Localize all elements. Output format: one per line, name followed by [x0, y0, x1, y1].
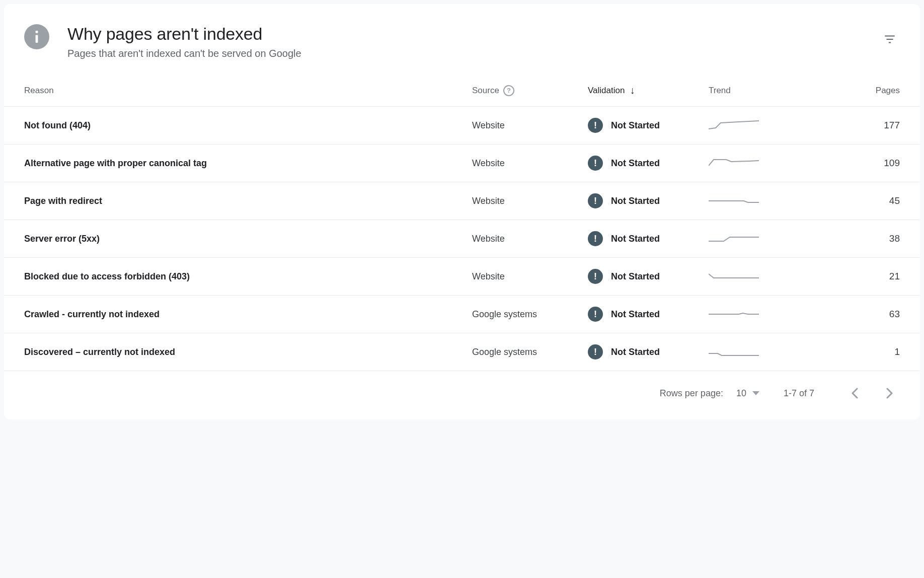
exclamation-icon: ! [588, 269, 603, 284]
cell-validation: ! Not Started [588, 193, 709, 208]
page-title: Why pages aren't indexed [67, 24, 880, 44]
validation-status: Not Started [611, 347, 660, 357]
indexing-card: Why pages aren't indexed Pages that aren… [4, 4, 920, 419]
exclamation-icon: ! [588, 193, 603, 208]
pager [844, 383, 900, 403]
cell-reason: Alternative page with proper canonical t… [24, 158, 472, 169]
exclamation-icon: ! [588, 307, 603, 322]
cell-trend [709, 231, 809, 246]
validation-status: Not Started [611, 120, 660, 131]
validation-status: Not Started [611, 234, 660, 244]
cell-trend [709, 307, 809, 322]
cell-reason: Server error (5xx) [24, 234, 472, 244]
cell-validation: ! Not Started [588, 269, 709, 284]
cell-reason: Crawled - currently not indexed [24, 309, 472, 320]
table-body: Not found (404) Website ! Not Started 17… [4, 107, 920, 371]
table-row[interactable]: Page with redirect Website ! Not Started… [4, 182, 920, 220]
cell-source: Website [472, 120, 588, 131]
rows-per-page-select[interactable]: 10 [732, 386, 763, 401]
cell-validation: ! Not Started [588, 231, 709, 246]
sparkline [709, 156, 759, 171]
svg-rect-0 [36, 31, 38, 33]
rows-per-page-label: Rows per page: [660, 388, 723, 399]
col-source[interactable]: Source ? [472, 85, 588, 96]
col-trend[interactable]: Trend [709, 86, 809, 96]
col-reason[interactable]: Reason [24, 86, 472, 96]
cell-source: Website [472, 234, 588, 244]
col-validation[interactable]: Validation ↓ [588, 85, 709, 96]
cell-reason: Blocked due to access forbidden (403) [24, 271, 472, 282]
cell-pages: 21 [809, 271, 900, 282]
sparkline [709, 231, 759, 246]
validation-status: Not Started [611, 309, 660, 320]
page-subtitle: Pages that aren't indexed can't be serve… [67, 48, 880, 59]
table-footer: Rows per page: 10 1-7 of 7 [4, 371, 920, 419]
sparkline [709, 307, 759, 322]
chevron-left-icon [851, 388, 858, 399]
exclamation-icon: ! [588, 156, 603, 171]
next-page-button[interactable] [880, 383, 900, 403]
sort-descending-icon: ↓ [630, 85, 635, 96]
cell-validation: ! Not Started [588, 344, 709, 359]
cell-pages: 45 [809, 195, 900, 206]
sparkline [709, 118, 759, 133]
sparkline [709, 344, 759, 359]
title-block: Why pages aren't indexed Pages that aren… [67, 24, 880, 59]
cell-validation: ! Not Started [588, 156, 709, 171]
chevron-right-icon [886, 388, 893, 399]
pagination-range: 1-7 of 7 [784, 388, 814, 399]
cell-trend [709, 193, 809, 208]
validation-status: Not Started [611, 271, 660, 282]
col-source-label: Source [472, 86, 499, 96]
cell-pages: 63 [809, 309, 900, 320]
cell-trend [709, 156, 809, 171]
dropdown-icon [752, 391, 759, 395]
cell-validation: ! Not Started [588, 118, 709, 133]
exclamation-icon: ! [588, 231, 603, 246]
table-row[interactable]: Alternative page with proper canonical t… [4, 144, 920, 182]
cell-pages: 38 [809, 233, 900, 244]
validation-status: Not Started [611, 196, 660, 206]
svg-rect-1 [36, 35, 38, 43]
cell-reason: Discovered – currently not indexed [24, 347, 472, 357]
cell-source: Website [472, 196, 588, 206]
cell-pages: 1 [809, 346, 900, 357]
validation-status: Not Started [611, 158, 660, 169]
table-row[interactable]: Discovered – currently not indexed Googl… [4, 333, 920, 371]
cell-source: Website [472, 271, 588, 282]
table-row[interactable]: Blocked due to access forbidden (403) We… [4, 258, 920, 296]
cell-pages: 109 [809, 158, 900, 169]
cell-source: Google systems [472, 347, 588, 357]
col-validation-label: Validation [588, 86, 625, 96]
sparkline [709, 269, 759, 284]
table-row[interactable]: Not found (404) Website ! Not Started 17… [4, 107, 920, 144]
exclamation-icon: ! [588, 344, 603, 359]
sparkline [709, 193, 759, 208]
reasons-table: Reason Source ? Validation ↓ Trend Pages… [4, 75, 920, 371]
cell-trend [709, 344, 809, 359]
info-icon [24, 24, 49, 49]
table-header: Reason Source ? Validation ↓ Trend Pages [4, 75, 920, 107]
col-pages[interactable]: Pages [809, 86, 900, 96]
cell-validation: ! Not Started [588, 307, 709, 322]
filter-icon [883, 33, 896, 46]
help-icon[interactable]: ? [503, 85, 514, 96]
cell-reason: Page with redirect [24, 196, 472, 206]
cell-source: Google systems [472, 309, 588, 320]
cell-trend [709, 269, 809, 284]
cell-trend [709, 118, 809, 133]
table-row[interactable]: Server error (5xx) Website ! Not Started… [4, 220, 920, 258]
rows-per-page: Rows per page: 10 [660, 386, 763, 401]
cell-pages: 177 [809, 120, 900, 131]
cell-source: Website [472, 158, 588, 169]
cell-reason: Not found (404) [24, 120, 472, 131]
card-header: Why pages aren't indexed Pages that aren… [4, 4, 920, 75]
table-row[interactable]: Crawled - currently not indexed Google s… [4, 296, 920, 333]
rows-per-page-value: 10 [736, 388, 746, 399]
prev-page-button[interactable] [844, 383, 865, 403]
exclamation-icon: ! [588, 118, 603, 133]
filter-button[interactable] [880, 29, 900, 49]
